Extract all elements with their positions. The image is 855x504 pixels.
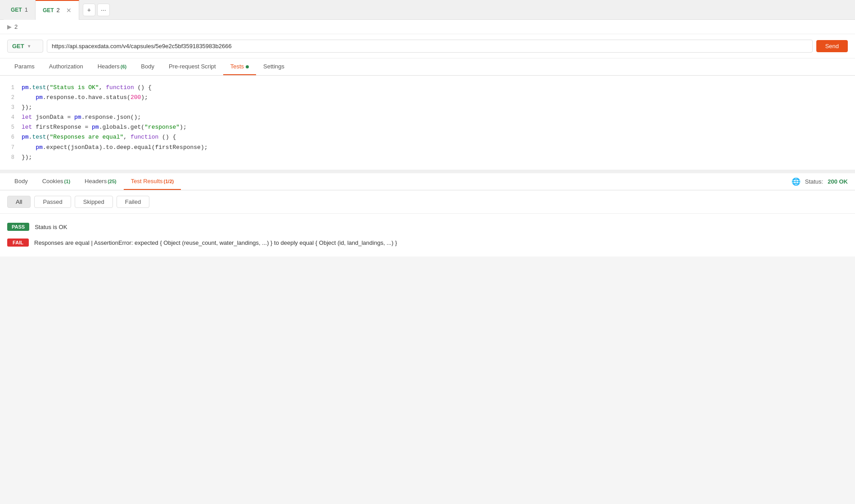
line-num-4: 4 — [7, 113, 14, 122]
resp-tab-cookies[interactable]: Cookies(1) — [35, 173, 77, 190]
response-area: Body Cookies(1) Headers(25) Test Results… — [0, 173, 855, 256]
line-num-5: 5 — [7, 123, 14, 132]
code-line-8: 8 }); — [7, 153, 848, 162]
code-line-7: 7 pm.expect(jsonData).to.deep.equal(firs… — [7, 143, 848, 153]
tab-close-icon[interactable]: ✕ — [66, 7, 72, 14]
test-message-2: Responses are equal | AssertionError: ex… — [34, 238, 397, 248]
send-button[interactable]: Send — [816, 40, 848, 52]
line-num-8: 8 — [7, 153, 14, 162]
tab1-method: GET — [11, 7, 22, 13]
status-label: Status: — [805, 178, 823, 185]
code-content-3: }); — [22, 103, 848, 112]
line-num-6: 6 — [7, 133, 14, 142]
tab-body[interactable]: Body — [134, 58, 162, 75]
response-tabs: Body Cookies(1) Headers(25) Test Results… — [0, 173, 855, 190]
tab2-method: GET — [43, 7, 54, 14]
tab-bar: GET 1 GET 2 ✕ + ··· — [0, 0, 855, 20]
url-bar: GET ▾ Send — [0, 34, 855, 58]
tab-actions: + ··· — [79, 4, 113, 16]
breadcrumb-name: 2 — [14, 23, 18, 30]
code-line-4: 4 let jsonData = pm.response.json(); — [7, 112, 848, 122]
globe-icon: 🌐 — [792, 177, 801, 186]
code-line-3: 3 }); — [7, 103, 848, 112]
resp-tab-body[interactable]: Body — [7, 173, 35, 190]
code-line-2: 2 pm.response.to.have.status(200); — [7, 93, 848, 103]
add-tab-button[interactable]: + — [83, 4, 95, 16]
code-content-7: pm.expect(jsonData).to.deep.equal(firstR… — [22, 143, 848, 153]
resp-tab-testresults[interactable]: Test Results(1/2) — [124, 173, 181, 190]
code-line-1: 1 pm.test("Status is OK", function () { — [7, 83, 848, 93]
filter-passed-button[interactable]: Passed — [34, 196, 71, 208]
test-result-1: PASS Status is OK — [7, 219, 848, 235]
tab-prerequest[interactable]: Pre-request Script — [162, 58, 223, 75]
code-content-5: let firstResponse = pm.globals.get("resp… — [22, 122, 848, 132]
url-input[interactable] — [47, 40, 813, 53]
method-selector[interactable]: GET ▾ — [7, 40, 43, 53]
test-badge-fail: FAIL — [7, 238, 29, 247]
test-result-2: FAIL Responses are equal | AssertionErro… — [7, 235, 848, 251]
code-content-8: }); — [22, 153, 848, 162]
tests-active-dot — [246, 65, 249, 68]
code-content-2: pm.response.to.have.status(200); — [22, 93, 848, 103]
breadcrumb-arrow-icon: ▶ — [7, 23, 12, 30]
filter-skipped-button[interactable]: Skipped — [75, 196, 113, 208]
more-tabs-button[interactable]: ··· — [97, 4, 110, 16]
tab-headers[interactable]: Headers(6) — [90, 58, 134, 75]
filter-all-button[interactable]: All — [7, 196, 31, 208]
line-num-7: 7 — [7, 143, 14, 152]
tab-authorization[interactable]: Authorization — [42, 58, 90, 75]
code-editor[interactable]: 1 pm.test("Status is OK", function () { … — [0, 76, 855, 173]
line-num-2: 2 — [7, 93, 14, 102]
request-tabs: Params Authorization Headers(6) Body Pre… — [0, 58, 855, 76]
filter-bar: All Passed Skipped Failed — [0, 190, 855, 214]
tab2-number: 2 — [57, 7, 60, 14]
tab-settings[interactable]: Settings — [256, 58, 292, 75]
tab-tests[interactable]: Tests — [223, 58, 256, 75]
breadcrumb: ▶ 2 — [0, 20, 855, 34]
tab-get-2[interactable]: GET 2 ✕ — [36, 0, 79, 20]
code-content-6: pm.test("Responses are equal", function … — [22, 132, 848, 142]
method-dropdown-icon: ▾ — [28, 44, 30, 49]
filter-failed-button[interactable]: Failed — [117, 196, 149, 208]
test-badge-pass: PASS — [7, 223, 29, 231]
response-status: 🌐 Status: 200 OK — [792, 177, 848, 186]
resp-tab-headers[interactable]: Headers(25) — [77, 173, 124, 190]
status-value: 200 OK — [828, 178, 848, 185]
line-num-1: 1 — [7, 83, 14, 92]
method-label: GET — [12, 43, 24, 50]
code-content-4: let jsonData = pm.response.json(); — [22, 112, 848, 122]
line-num-3: 3 — [7, 103, 14, 112]
test-message-1: Status is OK — [35, 223, 67, 232]
code-content-1: pm.test("Status is OK", function () { — [22, 83, 848, 93]
tab1-number: 1 — [25, 6, 28, 13]
test-results-list: PASS Status is OK FAIL Responses are equ… — [0, 214, 855, 256]
tab-params[interactable]: Params — [7, 58, 42, 75]
tab-get-1[interactable]: GET 1 — [4, 0, 36, 20]
code-line-5: 5 let firstResponse = pm.globals.get("re… — [7, 122, 848, 132]
code-line-6: 6 pm.test("Responses are equal", functio… — [7, 132, 848, 142]
